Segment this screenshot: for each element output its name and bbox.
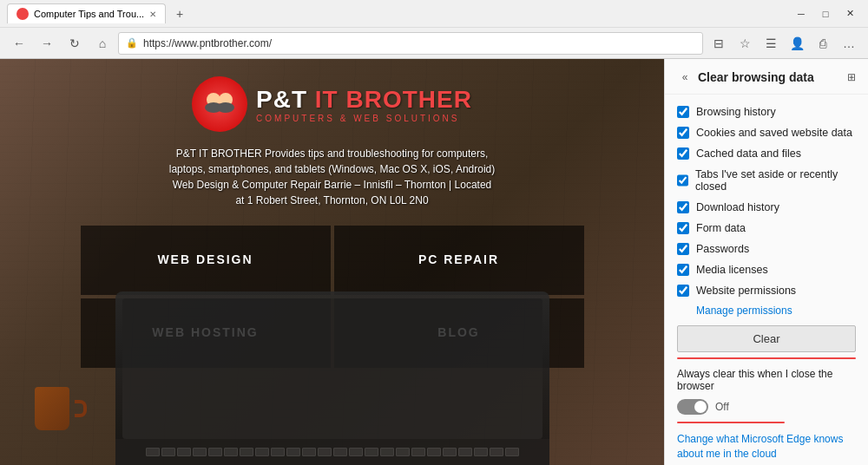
cookies-label: Cookies and saved website data — [696, 127, 852, 139]
clear-browsing-panel: « Clear browsing data ⊞ Browsing history… — [664, 59, 868, 465]
website-permissions-checkbox[interactable] — [677, 285, 689, 297]
cup-handle — [75, 400, 87, 417]
checkbox-media-licenses[interactable]: Media licenses — [677, 259, 856, 280]
refresh-button[interactable]: ↻ — [62, 31, 87, 56]
clear-button[interactable]: Clear — [677, 325, 856, 352]
media-licenses-label: Media licenses — [696, 264, 768, 276]
edge-cloud-link[interactable]: Change what Microsoft Edge knows about m… — [677, 432, 856, 462]
hub-button[interactable]: ☰ — [759, 31, 783, 56]
toggle-knob — [694, 401, 707, 413]
tab-favicon — [16, 8, 29, 20]
checkbox-cookies[interactable]: Cookies and saved website data — [677, 122, 856, 143]
home-button[interactable]: ⌂ — [90, 31, 115, 56]
content-area: P&T IT BROTHER COMPUTERS & WEB SOLUTIONS… — [0, 59, 868, 465]
toggle-label: Off — [715, 401, 729, 413]
profile-button[interactable]: 👤 — [785, 31, 809, 56]
checkbox-download-history[interactable]: Download history — [677, 197, 856, 218]
title-bar: Computer Tips and Trou... ✕ + ─ □ ✕ — [0, 0, 868, 28]
close-button[interactable]: ✕ — [838, 5, 861, 23]
cached-checkbox[interactable] — [677, 147, 689, 160]
nav-bar: ← → ↻ ⌂ 🔒 https://www.pntbrother.com/ ⊟ … — [0, 28, 868, 59]
cached-label: Cached data and files — [696, 147, 801, 160]
laptop-screen — [122, 298, 542, 439]
web-design-button[interactable]: WEB DESIGN — [81, 226, 331, 295]
new-tab-button[interactable]: + — [169, 3, 190, 24]
panel-body: Browsing history Cookies and saved websi… — [665, 95, 868, 465]
logo-text: P&T IT BROTHER COMPUTERS & WEB SOLUTIONS — [256, 86, 472, 123]
website-permissions-label: Website permissions — [696, 285, 796, 297]
toggle-red-divider — [677, 422, 785, 423]
share-button[interactable]: ⎙ — [811, 31, 835, 56]
red-divider — [677, 357, 856, 359]
laptop — [115, 291, 549, 465]
tabs-label: Tabs I've set aside or recently closed — [695, 168, 856, 193]
panel-back-button[interactable]: « — [677, 69, 693, 85]
more-button[interactable]: … — [837, 31, 861, 56]
browsing-history-checkbox[interactable] — [677, 106, 689, 118]
form-data-label: Form data — [696, 222, 746, 234]
form-data-checkbox[interactable] — [677, 222, 689, 234]
checkbox-cached[interactable]: Cached data and files — [677, 143, 856, 164]
minimize-button[interactable]: ─ — [790, 5, 812, 23]
reader-button[interactable]: ⊟ — [707, 31, 731, 56]
address-text: https://www.pntbrother.com/ — [143, 37, 272, 49]
tabs-checkbox[interactable] — [677, 174, 688, 187]
cookies-checkbox[interactable] — [677, 127, 689, 139]
checkbox-tabs[interactable]: Tabs I've set aside or recently closed — [677, 164, 856, 197]
checkbox-browsing-history[interactable]: Browsing history — [677, 102, 856, 122]
address-bar[interactable]: 🔒 https://www.pntbrother.com/ — [118, 32, 703, 55]
logo-main-text: P&T IT BROTHER — [256, 86, 472, 114]
manage-permissions-link[interactable]: Manage permissions — [696, 305, 856, 317]
favorites-button[interactable]: ☆ — [733, 31, 757, 56]
logo-area: P&T IT BROTHER COMPUTERS & WEB SOLUTIONS — [192, 76, 472, 132]
pc-repair-button[interactable]: PC REPAIR — [334, 226, 584, 295]
always-clear-toggle[interactable] — [677, 399, 708, 415]
keyboard — [115, 439, 549, 465]
coffee-cup — [35, 378, 78, 430]
tab-close-icon[interactable]: ✕ — [149, 10, 156, 19]
media-licenses-checkbox[interactable] — [677, 264, 689, 276]
panel-title: Clear browsing data — [698, 70, 842, 84]
passwords-label: Passwords — [696, 243, 749, 255]
checkbox-passwords[interactable]: Passwords — [677, 239, 856, 259]
cup-body — [35, 387, 69, 430]
back-button[interactable]: ← — [7, 31, 31, 56]
tab-title: Computer Tips and Trou... — [34, 9, 144, 19]
passwords-checkbox[interactable] — [677, 243, 689, 255]
forward-button[interactable]: → — [35, 31, 59, 56]
download-history-label: Download history — [696, 201, 779, 213]
checkbox-form-data[interactable]: Form data — [677, 218, 856, 239]
nav-actions: ⊟ ☆ ☰ 👤 ⎙ … — [707, 31, 861, 56]
browsing-history-label: Browsing history — [696, 106, 776, 118]
menu-row-top: WEB DESIGN PC REPAIR — [81, 226, 584, 295]
toggle-row: Off — [677, 399, 856, 415]
tab-bar: Computer Tips and Trou... ✕ + — [7, 3, 783, 24]
always-clear-label: Always clear this when I close the brows… — [677, 368, 856, 392]
logo-icon — [192, 76, 247, 132]
browser-frame: Computer Tips and Trou... ✕ + ─ □ ✕ ← → … — [0, 0, 868, 465]
active-tab[interactable]: Computer Tips and Trou... ✕ — [7, 3, 166, 23]
window-controls: ─ □ ✕ — [790, 5, 861, 23]
svg-point-3 — [217, 102, 234, 113]
logo-sub-text: COMPUTERS & WEB SOLUTIONS — [256, 114, 472, 123]
lock-icon: 🔒 — [126, 37, 138, 49]
page-description: P&T IT BROTHER Provides tips and trouble… — [168, 146, 497, 208]
maximize-button[interactable]: □ — [814, 5, 837, 23]
panel-header: « Clear browsing data ⊞ — [665, 59, 868, 95]
download-history-checkbox[interactable] — [677, 201, 689, 213]
panel-expand-button[interactable]: ⊞ — [847, 71, 856, 83]
webpage: P&T IT BROTHER COMPUTERS & WEB SOLUTIONS… — [0, 59, 664, 465]
checkbox-website-permissions[interactable]: Website permissions — [677, 280, 856, 301]
